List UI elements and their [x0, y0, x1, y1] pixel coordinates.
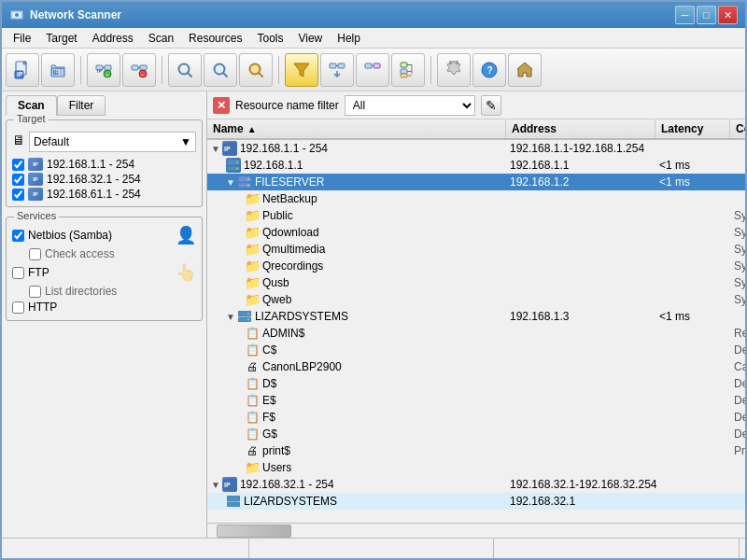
services-content: Netbios (Samba) 👤 Check access FTP — [12, 221, 196, 314]
row-comment-f: Default share — [730, 410, 745, 425]
list-dirs-checkbox[interactable] — [29, 286, 41, 298]
filter-button[interactable] — [285, 53, 318, 87]
printer-icon-canon: 🖨 — [245, 359, 260, 374]
tab-filter[interactable]: Filter — [57, 95, 106, 116]
table-row[interactable]: 📋 G$ Default share — [207, 426, 745, 442]
table-row[interactable]: 📁 Qdownload System default share — [207, 224, 745, 241]
menu-item-target[interactable]: Target — [38, 30, 84, 47]
menu-item-view[interactable]: View — [290, 30, 330, 47]
home-button[interactable] — [508, 53, 542, 87]
table-row[interactable]: ▼ IP 192.168.1.1 - 254 192.168.1.1-192.1… — [207, 140, 745, 157]
connect-button[interactable]: IP + — [87, 53, 120, 87]
menu-item-help[interactable]: Help — [330, 30, 368, 47]
horizontal-scrollbar[interactable] — [207, 523, 745, 538]
row-name-admins: 📋 ADMIN$ — [207, 325, 506, 342]
menu-item-file[interactable]: File — [6, 30, 38, 47]
filter-edit-button[interactable]: ✎ — [481, 95, 501, 116]
check-access-item: Check access — [29, 247, 196, 260]
folder-icon-users: 📁 — [245, 460, 260, 475]
row-address-netbackup — [506, 198, 655, 200]
table-row[interactable]: 📋 E$ Default share — [207, 392, 745, 409]
menu-item-resources[interactable]: Resources — [181, 30, 249, 47]
col-header-latency[interactable]: Latency — [655, 119, 730, 138]
search2-button[interactable] — [204, 53, 237, 87]
row-comment-canon: Canon LBP2900 — [730, 359, 745, 374]
hscroll-thumb[interactable] — [217, 525, 291, 538]
menu-item-tools[interactable]: Tools — [249, 30, 290, 47]
table-row[interactable]: 📁 Qmultimedia System default share — [207, 241, 745, 258]
expand-icon-fileserver[interactable]: ▼ — [226, 177, 235, 188]
table-row[interactable]: 192.168.1.1 192.168.1.1 <1 ms — [207, 157, 745, 174]
svg-rect-16 — [140, 65, 147, 70]
export1-button[interactable] — [320, 53, 354, 87]
help-button[interactable]: ? — [472, 53, 506, 87]
row-comment-prints: Printer Drivers — [730, 443, 745, 458]
http-item: HTTP — [12, 301, 196, 314]
ftp-checkbox[interactable] — [12, 267, 24, 279]
table-row[interactable]: ▼ FILESERVER — [207, 174, 745, 190]
minimize-button[interactable]: ─ — [675, 6, 695, 24]
row-name-range1: ▼ IP 192.168.1.1 - 254 — [207, 140, 506, 157]
target-checkbox-0[interactable] — [12, 159, 24, 171]
filter-label: Resource name filter — [235, 99, 339, 112]
table-row[interactable]: 📋 D$ Default share — [207, 375, 745, 392]
list-dirs-item: List directories — [29, 285, 196, 298]
row-comment-range1 — [730, 147, 745, 149]
http-checkbox[interactable] — [12, 301, 24, 314]
expand-icon-lizard[interactable]: ▼ — [226, 312, 235, 322]
table-row[interactable]: 📁 Public System default share — [207, 207, 745, 224]
table-row[interactable]: 🖨 CanonLBP2900 Canon LBP2900 — [207, 358, 745, 375]
table-row[interactable]: 📁 Qweb System default share — [207, 291, 745, 308]
table-row[interactable]: 📋 ADMIN$ Remote Admin — [207, 325, 745, 342]
row-name-qrecordings: 📁 Qrecordings — [207, 258, 506, 274]
target-checkbox-2[interactable] — [12, 189, 24, 201]
target-group: Target 🖥 Default ▼ IP 192.168.1.1 - 254 — [6, 119, 203, 207]
disconnect-button[interactable]: − — [122, 53, 156, 87]
netbios-checkbox[interactable] — [12, 230, 24, 242]
target-checkbox-1[interactable] — [12, 174, 24, 186]
filter-dropdown[interactable]: All — [345, 95, 475, 116]
menu-item-address[interactable]: Address — [85, 30, 141, 47]
svg-point-52 — [247, 178, 249, 180]
target-dropdown[interactable]: Default ▼ — [29, 132, 196, 152]
row-name-fileserver: ▼ FILESERVER — [207, 174, 506, 190]
table-row[interactable]: ▼ IP 192.168.32.1 - 254 192.168.32.1-192… — [207, 476, 745, 493]
expand-icon-range2[interactable]: ▼ — [211, 480, 220, 490]
table-row[interactable]: 📋 F$ Default share — [207, 409, 745, 426]
filter-close-button[interactable]: ✕ — [213, 97, 230, 114]
window-title: Network Scanner — [30, 8, 675, 21]
export2-button[interactable] — [356, 53, 389, 87]
new-button[interactable]: IP — [6, 53, 39, 87]
find-button[interactable] — [239, 53, 273, 87]
close-button[interactable]: ✕ — [718, 6, 738, 24]
menu-bar: FileTargetAddressScanResourcesToolsViewH… — [2, 28, 745, 49]
toolbar-sep2 — [162, 56, 162, 84]
table-row[interactable]: 🖨 print$ Printer Drivers — [207, 442, 745, 459]
col-header-name[interactable]: Name ▲ — [207, 119, 506, 138]
svg-rect-27 — [330, 63, 336, 68]
table-row[interactable]: 📋 C$ Default share — [207, 342, 745, 358]
table-row[interactable]: ▼ LIZARDSYSTEMS — [207, 308, 745, 325]
share-icon-e: 📋 — [245, 393, 260, 408]
svg-text:IP: IP — [224, 146, 231, 152]
table-row[interactable]: 📁 Qusb System default share — [207, 274, 745, 291]
expand-icon-range1[interactable]: ▼ — [211, 144, 220, 154]
maximize-button[interactable]: □ — [697, 6, 716, 24]
resolve-button[interactable] — [391, 53, 425, 87]
open-button[interactable]: IP — [41, 53, 75, 87]
row-comment-netbackup — [730, 198, 745, 200]
menu-item-scan[interactable]: Scan — [141, 30, 181, 47]
results-body[interactable]: ▼ IP 192.168.1.1 - 254 192.168.1.1-192.1… — [207, 140, 745, 523]
check-access-checkbox[interactable] — [29, 248, 41, 260]
settings-button[interactable] — [437, 53, 471, 87]
table-row[interactable]: LIZARDSYSTEMS 192.168.32.1 — [207, 493, 745, 510]
col-header-address[interactable]: Address — [506, 119, 655, 138]
search-button[interactable] — [168, 53, 202, 87]
col-header-comment[interactable]: Comment — [730, 119, 745, 138]
table-row[interactable]: 📁 NetBackup — [207, 190, 745, 207]
table-row[interactable]: 📁 Users — [207, 459, 745, 476]
ftp-icon: 👆 — [176, 262, 196, 283]
row-address-host1: 192.168.1.1 — [506, 158, 655, 173]
table-row[interactable]: 📁 Qrecordings System default share — [207, 258, 745, 274]
results-body-inner: ▼ IP 192.168.1.1 - 254 192.168.1.1-192.1… — [207, 140, 745, 510]
